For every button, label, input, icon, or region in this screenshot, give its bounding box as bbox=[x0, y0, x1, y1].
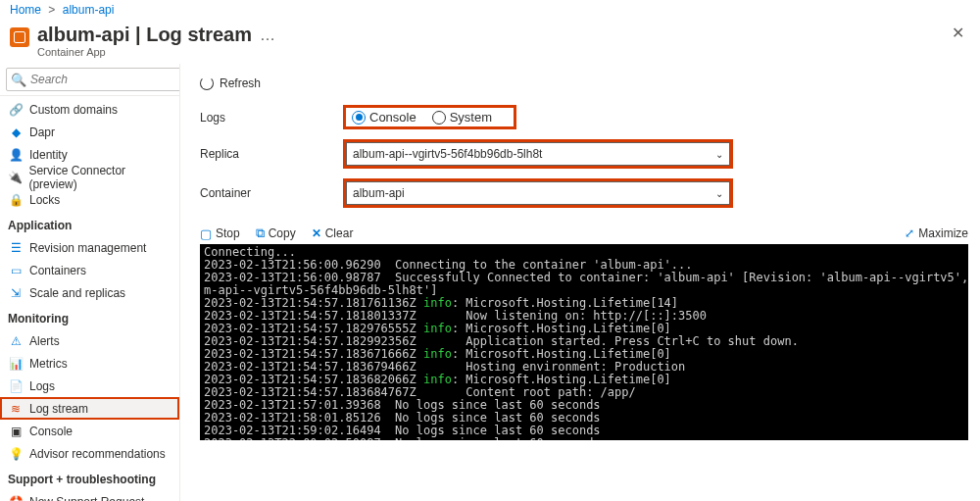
sidebar-item-log-stream[interactable]: ≋Log stream bbox=[0, 397, 179, 420]
sidebar-item-label: Log stream bbox=[29, 402, 88, 416]
breadcrumb: Home > album-api bbox=[0, 0, 980, 20]
locks-icon: 🔒 bbox=[8, 192, 24, 208]
refresh-button[interactable]: Refresh bbox=[200, 76, 261, 90]
sidebar-item-metrics[interactable]: 📊Metrics bbox=[0, 352, 179, 375]
metrics-icon: 📊 bbox=[8, 356, 24, 372]
sidebar-search[interactable]: 🔍 bbox=[6, 68, 180, 91]
sidebar-item-advisor-recommendations[interactable]: 💡Advisor recommendations bbox=[0, 442, 179, 465]
alerts-icon: ⚠ bbox=[8, 333, 24, 349]
log-stream-icon: ≋ bbox=[8, 401, 24, 417]
log-console[interactable]: Connecting...2023-02-13T21:56:00.96290 C… bbox=[200, 244, 968, 440]
sidebar-group-header: Application bbox=[0, 211, 179, 236]
container-select[interactable]: album-api ⌄ bbox=[346, 181, 730, 205]
page-title-section: Log stream bbox=[146, 24, 252, 45]
maximize-icon: ⤢ bbox=[905, 226, 914, 240]
sidebar-item-dapr[interactable]: ◆Dapr bbox=[0, 121, 179, 143]
replica-label: Replica bbox=[200, 147, 343, 161]
content-pane: Refresh Logs Console System Replica albu… bbox=[180, 64, 980, 501]
close-blade-button[interactable]: ✕ bbox=[952, 24, 964, 42]
breadcrumb-sep: > bbox=[48, 3, 55, 17]
copy-button[interactable]: ⧉ Copy bbox=[256, 225, 296, 241]
logs-type-radio-group: Console System bbox=[343, 105, 516, 129]
page-title-name: album-api bbox=[37, 24, 129, 45]
container-label: Container bbox=[200, 186, 343, 200]
sidebar-item-label: Logs bbox=[29, 379, 55, 393]
sidebar-item-service-connector-preview-[interactable]: 🔌Service Connector (preview) bbox=[0, 166, 179, 188]
sidebar-item-label: Service Connector (preview) bbox=[28, 164, 172, 191]
blade-header: album-api | Log stream Container App … ✕ bbox=[0, 20, 980, 64]
breadcrumb-resource[interactable]: album-api bbox=[63, 3, 115, 17]
sidebar-item-containers[interactable]: ▭Containers bbox=[0, 259, 179, 281]
log-line: 2023-02-13T22:00:02.50087 No logs since … bbox=[204, 437, 964, 440]
sidebar-search-input[interactable] bbox=[30, 73, 178, 86]
sidebar-item-label: Metrics bbox=[29, 357, 68, 371]
revision-management-icon: ☰ bbox=[8, 240, 24, 256]
sidebar-item-label: Advisor recommendations bbox=[29, 447, 166, 461]
refresh-icon bbox=[200, 76, 214, 90]
sidebar-item-logs[interactable]: 📄Logs bbox=[0, 375, 179, 397]
radio-dot-icon bbox=[352, 111, 366, 125]
breadcrumb-home[interactable]: Home bbox=[10, 3, 41, 17]
sidebar-item-locks[interactable]: 🔒Locks bbox=[0, 188, 179, 211]
sidebar-item-label: New Support Request bbox=[29, 495, 144, 502]
replica-select[interactable]: album-api--vgirtv5-56f4bb96db-5lh8t ⌄ bbox=[346, 142, 730, 166]
page-title: album-api | Log stream bbox=[37, 24, 252, 46]
more-actions-button[interactable]: … bbox=[260, 24, 275, 47]
sidebar-group-header: Monitoring bbox=[0, 304, 179, 329]
sidebar-item-alerts[interactable]: ⚠Alerts bbox=[0, 329, 179, 352]
advisor-icon: 💡 bbox=[8, 446, 24, 462]
console-icon: ▣ bbox=[8, 424, 24, 439]
copy-icon: ⧉ bbox=[256, 225, 265, 241]
sidebar-item-label: Console bbox=[29, 425, 73, 438]
custom-domains-icon: 🔗 bbox=[8, 102, 24, 118]
sidebar-item-label: Scale and replicas bbox=[29, 286, 125, 300]
radio-system[interactable]: System bbox=[432, 110, 492, 125]
sidebar-item-scale-and-replicas[interactable]: ⇲Scale and replicas bbox=[0, 281, 179, 304]
sidebar-item-label: Identity bbox=[29, 148, 68, 162]
dapr-icon: ◆ bbox=[8, 125, 24, 140]
sidebar-item-label: Dapr bbox=[29, 125, 55, 139]
logs-label: Logs bbox=[200, 111, 343, 125]
search-icon: 🔍 bbox=[11, 73, 26, 87]
stop-button[interactable]: ▢ Stop bbox=[200, 226, 240, 241]
stop-icon: ▢ bbox=[200, 226, 212, 241]
identity-icon: 👤 bbox=[8, 147, 24, 163]
radio-console[interactable]: Console bbox=[352, 110, 416, 125]
logs-icon: 📄 bbox=[8, 378, 24, 394]
containers-icon: ▭ bbox=[8, 263, 24, 278]
sidebar-item-label: Custom domains bbox=[29, 103, 118, 117]
maximize-button[interactable]: ⤢ Maximize bbox=[905, 226, 968, 240]
clear-icon: ✕ bbox=[312, 226, 321, 240]
chevron-down-icon: ⌄ bbox=[715, 149, 723, 160]
service-connector-icon: 🔌 bbox=[8, 170, 23, 185]
sidebar-item-custom-domains[interactable]: 🔗Custom domains bbox=[0, 98, 179, 121]
sidebar-item-label: Alerts bbox=[29, 334, 60, 348]
sidebar-item-label: Revision management bbox=[29, 241, 146, 255]
resource-icon bbox=[10, 27, 29, 47]
sidebar-item-console[interactable]: ▣Console bbox=[0, 420, 179, 442]
sidebar-item-new-support-request[interactable]: 🛟New Support Request bbox=[0, 490, 179, 501]
page-subtitle: Container App bbox=[37, 46, 252, 58]
radio-dot-icon bbox=[432, 111, 446, 125]
support-request-icon: 🛟 bbox=[8, 494, 24, 502]
chevron-down-icon: ⌄ bbox=[715, 188, 723, 199]
sidebar: 🔍 « 🔗Custom domains◆Dapr👤Identity🔌Servic… bbox=[0, 64, 180, 501]
sidebar-item-label: Containers bbox=[29, 264, 86, 277]
scale-icon: ⇲ bbox=[8, 285, 24, 301]
sidebar-item-label: Locks bbox=[29, 193, 60, 207]
sidebar-item-revision-management[interactable]: ☰Revision management bbox=[0, 236, 179, 259]
clear-button[interactable]: ✕ Clear bbox=[312, 226, 354, 240]
sidebar-group-header: Support + troubleshooting bbox=[0, 465, 179, 490]
